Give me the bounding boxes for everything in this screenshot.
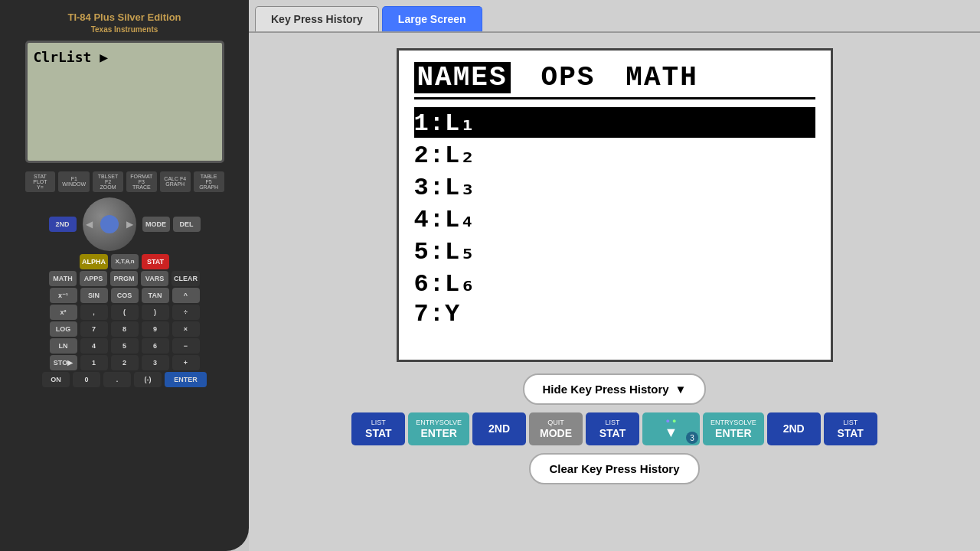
- calculator-model: TI-84 Plus Silver Edition: [67, 11, 181, 24]
- 1-btn[interactable]: 1: [80, 355, 108, 370]
- vars-btn[interactable]: VARS: [141, 271, 168, 286]
- table-btn[interactable]: TABLE F5GRAPH: [194, 171, 224, 192]
- key-history-row: LIST STAT ENTRYSOLVE ENTER 2ND QUIT MODE…: [344, 412, 884, 445]
- on-btn[interactable]: ON: [42, 372, 70, 387]
- 6-btn[interactable]: 6: [142, 338, 169, 354]
- dropdown-icons: ● ●: [666, 417, 677, 425]
- 7-btn[interactable]: 7: [80, 321, 108, 337]
- divide-btn[interactable]: ÷: [172, 305, 200, 320]
- window-btn[interactable]: F1WINDOW: [58, 171, 90, 192]
- nav-circle[interactable]: ◀ ▶: [83, 197, 136, 251]
- alpha-btn[interactable]: ALPHA: [80, 254, 108, 269]
- math-row: MATH APPS PRGM VARS CLEAR: [49, 271, 200, 286]
- log-btn[interactable]: LOG: [50, 321, 77, 337]
- menu-math: MATH: [626, 62, 697, 93]
- key-entrysolve-enter-2[interactable]: ENTRYSOLVE ENTER: [703, 412, 764, 445]
- sin-btn[interactable]: SIN: [80, 288, 108, 303]
- xtn-btn[interactable]: X,T,θ,n: [111, 254, 139, 269]
- del-btn[interactable]: DEL: [173, 217, 201, 232]
- key-list-stat-3[interactable]: LIST STAT: [824, 412, 877, 445]
- navigation-pad: 2ND ◀ ▶ MODE DEL: [49, 197, 201, 251]
- menu-ops: OPS: [541, 62, 596, 93]
- stat-btn[interactable]: STAT: [142, 254, 169, 269]
- log-row: LOG 7 8 9 ×: [50, 321, 200, 337]
- hide-press-history-button[interactable]: Hide Key Press History ▼: [523, 373, 707, 405]
- tab-bar: Key Press History Large Screen: [249, 0, 980, 33]
- hide-button-arrow-icon: ▼: [675, 383, 687, 396]
- prgm-btn[interactable]: PRGM: [110, 271, 138, 286]
- dropdown-badge: 3: [686, 432, 698, 444]
- calculator-brand: Texas Instruments: [67, 24, 181, 34]
- large-screen-display: NAMES OPS MATH 1:L₁ 2:L₂ 3:L₃ 4:L₄ 5:L₅ …: [397, 48, 833, 362]
- apps-btn[interactable]: APPS: [80, 271, 107, 286]
- key-list-stat-2[interactable]: LIST STAT: [586, 412, 639, 445]
- list-item-1: 1:L₁: [414, 107, 815, 138]
- right-panel: Key Press History Large Screen NAMES OPS…: [249, 0, 980, 551]
- square-row: x² , ( ) ÷: [50, 305, 200, 320]
- tab-key-press-history[interactable]: Key Press History: [255, 6, 379, 31]
- enter-calc-btn[interactable]: ENTER: [165, 372, 207, 387]
- green-dot-icon: ●: [672, 417, 676, 425]
- on-row: ON 0 . (-) ENTER: [42, 372, 207, 387]
- key-dropdown[interactable]: ● ● ▼ 3: [642, 412, 700, 445]
- cos-btn[interactable]: COS: [111, 288, 139, 303]
- main-content: NAMES OPS MATH 1:L₁ 2:L₂ 3:L₃ 4:L₄ 5:L₅ …: [249, 33, 980, 551]
- 9-btn[interactable]: 9: [142, 321, 169, 337]
- graph-btn[interactable]: CALC F4GRAPH: [160, 171, 191, 192]
- power-btn[interactable]: ^: [172, 288, 200, 303]
- ln-btn[interactable]: LN: [50, 338, 77, 354]
- xsq-btn[interactable]: x²: [50, 305, 77, 320]
- math-btn[interactable]: MATH: [49, 271, 77, 286]
- list-item-7: 7:Y: [414, 300, 815, 328]
- 4-btn[interactable]: 4: [80, 338, 108, 354]
- screen-menu-row: NAMES OPS MATH: [414, 62, 815, 99]
- xinv-btn[interactable]: x⁻¹: [50, 288, 77, 303]
- 2-btn[interactable]: 2: [111, 355, 139, 370]
- key-list-stat-1[interactable]: LIST STAT: [351, 412, 405, 445]
- zoom-btn[interactable]: TBLSET F2ZOOM: [93, 171, 123, 192]
- nav-left-icon: ◀: [86, 219, 93, 230]
- key-entrysolve-enter-1[interactable]: ENTRYSOLVE ENTER: [408, 412, 469, 445]
- y-equals-btn[interactable]: STAT PLOTY=: [25, 171, 56, 192]
- decimal-btn[interactable]: .: [103, 372, 131, 387]
- 8-btn[interactable]: 8: [111, 321, 139, 337]
- calculator-screen: ClrList ▶: [25, 41, 224, 163]
- screen-list: 1:L₁ 2:L₂ 3:L₃ 4:L₄ 5:L₅ 6:L₆ 7:Y: [414, 103, 815, 328]
- menu-names: NAMES: [414, 62, 511, 93]
- tan-btn[interactable]: TAN: [142, 288, 169, 303]
- minus-btn[interactable]: −: [172, 338, 200, 354]
- 3-btn[interactable]: 3: [142, 355, 169, 370]
- key-2nd-2[interactable]: 2ND: [767, 412, 821, 445]
- alpha-row: ALPHA X,T,θ,n STAT: [80, 254, 169, 269]
- trace-btn[interactable]: FORMAT F3TRACE: [126, 171, 157, 192]
- key-quit-mode[interactable]: QUIT MODE: [529, 412, 583, 445]
- rparen-btn[interactable]: ): [142, 305, 169, 320]
- calculator-panel: TI-84 Plus Silver Edition Texas Instrume…: [0, 0, 249, 551]
- clear-calc-btn[interactable]: CLEAR: [172, 271, 200, 286]
- calculator-header: TI-84 Plus Silver Edition Texas Instrume…: [67, 11, 181, 34]
- tab-large-screen[interactable]: Large Screen: [382, 6, 482, 31]
- nav-right-icon: ▶: [126, 219, 133, 230]
- sto-btn[interactable]: STO▶: [50, 355, 77, 370]
- key-2nd-1[interactable]: 2ND: [472, 412, 526, 445]
- hide-button-label: Hide Key Press History: [543, 383, 669, 396]
- multiply-btn[interactable]: ×: [172, 321, 200, 337]
- list-item-2: 2:L₂: [414, 139, 815, 170]
- 5-btn[interactable]: 5: [111, 338, 139, 354]
- clear-button-label: Clear Key Press History: [549, 462, 679, 475]
- mode-btn[interactable]: MODE: [142, 217, 170, 232]
- nav-center[interactable]: [100, 215, 119, 233]
- clear-key-press-history-button[interactable]: Clear Key Press History: [529, 453, 699, 484]
- plus-btn[interactable]: +: [172, 355, 200, 370]
- list-item-6: 6:L₆: [414, 268, 815, 298]
- comma-btn[interactable]: ,: [80, 305, 108, 320]
- list-item-5: 5:L₅: [414, 236, 815, 266]
- 2nd-btn[interactable]: 2ND: [49, 217, 77, 232]
- blue-dot-icon: ●: [666, 417, 670, 425]
- 0-btn[interactable]: 0: [73, 372, 100, 387]
- ln-row: LN 4 5 6 −: [50, 338, 200, 354]
- lparen-btn[interactable]: (: [111, 305, 139, 320]
- function-row: STAT PLOTY= F1WINDOW TBLSET F2ZOOM FORMA…: [25, 171, 224, 192]
- neg-btn[interactable]: (-): [134, 372, 162, 387]
- sto-row: STO▶ 1 2 3 +: [50, 355, 200, 370]
